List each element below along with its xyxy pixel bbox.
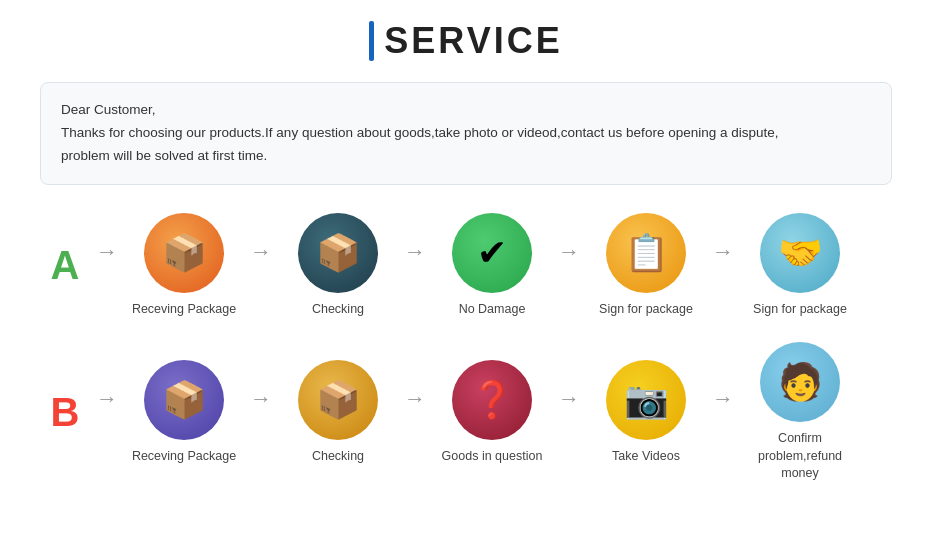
arrow-b-4: → [712,386,734,440]
step-b-3-icon: 📷 [606,360,686,440]
step-b-3-label: Take Videos [612,448,680,466]
step-b-2-icon: ❓ [452,360,532,440]
notice-line2: Thanks for choosing our products.If any … [61,122,871,145]
step-a-4: 🤝 Sign for package [740,213,860,319]
step-b-4-icon: 🧑 [760,342,840,422]
flow-row-a: A → 📦 Receving Package → 📦 Checking → ✔ … [40,213,892,319]
step-a-3-icon: 📋 [606,213,686,293]
step-b-2-label: Goods in question [442,448,543,466]
step-a-2: ✔ No Damage [432,213,552,319]
step-a-3-label: Sign for package [599,301,693,319]
step-b-1-icon: 📦 [298,360,378,440]
notice-box: Dear Customer, Thanks for choosing our p… [40,82,892,185]
step-a-2-icon: ✔ [452,213,532,293]
row-a-label: A [40,243,90,288]
notice-line3: problem will be solved at first time. [61,145,871,168]
step-a-0: 📦 Receving Package [124,213,244,319]
arrow-a-1: → [250,239,272,293]
step-a-0-icon: 📦 [144,213,224,293]
arrow-a-3: → [558,239,580,293]
notice-line1: Dear Customer, [61,99,871,122]
step-b-2: ❓ Goods in question [432,360,552,466]
step-b-0-label: Receving Package [132,448,236,466]
arrow-b-1: → [250,386,272,440]
step-a-0-label: Receving Package [132,301,236,319]
step-a-1-icon: 📦 [298,213,378,293]
step-a-2-label: No Damage [459,301,526,319]
step-b-1-label: Checking [312,448,364,466]
step-a-4-label: Sign for package [753,301,847,319]
arrow-a-2: → [404,239,426,293]
arrow-b-0: → [96,386,118,440]
arrow-b-2: → [404,386,426,440]
arrow-a-4: → [712,239,734,293]
step-a-3: 📋 Sign for package [586,213,706,319]
step-b-0-icon: 📦 [144,360,224,440]
step-b-0: 📦 Receving Package [124,360,244,466]
step-a-4-icon: 🤝 [760,213,840,293]
title-accent-bar [369,21,374,61]
step-b-3: 📷 Take Videos [586,360,706,466]
page-title: SERVICE [384,20,562,62]
arrow-a-0: → [96,239,118,293]
step-a-1: 📦 Checking [278,213,398,319]
step-a-1-label: Checking [312,301,364,319]
step-b-1: 📦 Checking [278,360,398,466]
flow-section: A → 📦 Receving Package → 📦 Checking → ✔ … [40,213,892,483]
arrow-b-3: → [558,386,580,440]
step-b-4: 🧑 Confirm problem,refund money [740,342,860,483]
row-b-label: B [40,390,90,435]
flow-row-b: B → 📦 Receving Package → 📦 Checking → ❓ … [40,342,892,483]
step-b-4-label: Confirm problem,refund money [740,430,860,483]
page-title-container: SERVICE [369,20,562,62]
